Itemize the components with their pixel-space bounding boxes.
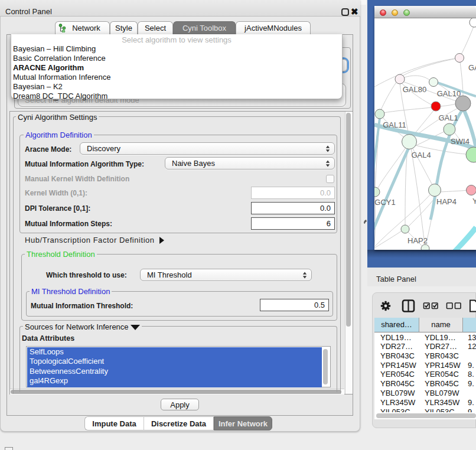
svg-text:HAP2: HAP2 xyxy=(407,236,428,245)
svg-text:GAL80: GAL80 xyxy=(403,85,426,94)
svg-text:GAL1: GAL1 xyxy=(438,113,458,122)
svg-text:GCY1: GCY1 xyxy=(374,198,395,207)
svg-text:Y: Y xyxy=(472,197,476,206)
svg-text:GAL10: GAL10 xyxy=(437,89,461,98)
svg-text:SWI4: SWI4 xyxy=(451,137,470,146)
svg-text:GAL7: GAL7 xyxy=(468,63,476,72)
svg-text:HAP4: HAP4 xyxy=(436,197,457,206)
svg-text:GAL11: GAL11 xyxy=(383,120,406,129)
svg-text:GAL4: GAL4 xyxy=(411,151,431,159)
